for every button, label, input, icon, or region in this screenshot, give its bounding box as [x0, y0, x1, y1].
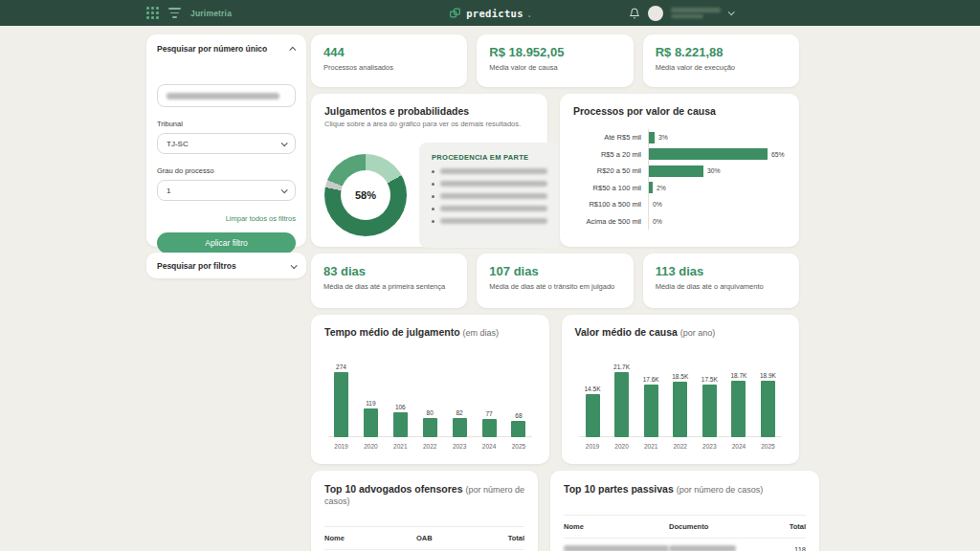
top-stats-row: 444 Processos analisados R$ 18.952,05 Mé… [311, 34, 799, 87]
vbar-year-label: 2025 [761, 443, 774, 450]
stat-value: 83 dias [323, 264, 455, 278]
hbar-category-label: R$5 a 20 mil [573, 150, 648, 159]
tempo-julgamento-card: Tempo médio de julgamento (em dias) 2742… [311, 315, 549, 464]
user-menu-chevron-icon[interactable] [728, 9, 735, 15]
vbar-year-label: 2021 [393, 443, 407, 450]
vbar-bar-2020[interactable] [614, 372, 629, 437]
vbar-bar-2019[interactable] [334, 372, 348, 437]
vbar-year-label: 2023 [702, 443, 716, 450]
stat-card-transito-julgado: 107 dias Média de dias até o trânsito em… [477, 253, 633, 308]
legend-item-redacted[interactable] [432, 181, 547, 187]
vbar-value-label: 18.5K [672, 373, 688, 380]
vbar-bar-2023[interactable] [702, 385, 717, 437]
vbar-value-label: 17.5K [702, 376, 718, 383]
vbar-value-label: 18.7K [730, 372, 746, 379]
process-number-input[interactable] [157, 84, 296, 107]
vbar-bar-2021[interactable] [393, 412, 408, 437]
vbar-bar-2021[interactable] [644, 385, 658, 437]
redacted-process-number [440, 168, 547, 174]
search-filters-header[interactable]: Pesquisar por filtros [157, 261, 296, 271]
clear-filters-link[interactable]: Limpar todos os filtros [157, 214, 296, 223]
vbar-bar-2019[interactable] [586, 394, 600, 437]
card-title: Top 10 partes passivas [564, 483, 674, 495]
hbar-bar-1[interactable] [649, 148, 768, 160]
tribunal-select[interactable]: TJ-SC [157, 133, 296, 154]
brand-dot: . [528, 8, 531, 19]
donut-hole: 58% [341, 170, 390, 220]
stat-label: Média de dias até o trânsito em julgado [489, 282, 620, 291]
card-title: Julgamentos e probabilidades [324, 105, 534, 117]
collapse-chevron-icon[interactable] [289, 46, 296, 53]
col-oab: OAB [416, 534, 488, 542]
legend-item-redacted[interactable] [432, 206, 547, 211]
top-bar: Jurimetria predictus. [0, 0, 980, 26]
vbar-item: 17.6K2021 [643, 376, 659, 437]
module-label: Jurimetria [190, 9, 232, 18]
filter-lines-icon[interactable] [168, 8, 181, 17]
grau-select[interactable]: 1 [157, 180, 296, 201]
grau-value: 1 [167, 187, 170, 195]
hbar-category-label: R$20 a 50 mil [573, 166, 648, 175]
redacted-process-number [440, 193, 547, 199]
vbar-value-label: 17.6K [643, 376, 659, 383]
apply-filter-button[interactable]: Aplicar filtro [157, 232, 296, 253]
vbar-bar-2023[interactable] [453, 418, 467, 437]
card-title-suffix: (por número de casos) [677, 485, 764, 495]
user-name-redacted [671, 8, 721, 18]
vbar-year-label: 2019 [586, 443, 599, 450]
redacted-value [167, 93, 279, 99]
panel-title: Pesquisar por filtros [157, 261, 236, 271]
search-filters-panel: Pesquisar por filtros [146, 253, 306, 278]
vbar-value-label: 82 [457, 409, 463, 416]
hbar-bar-0[interactable] [649, 132, 655, 143]
redacted-process-number [440, 181, 547, 187]
vbar-year-label: 2024 [482, 443, 496, 450]
vbar-year-label: 2019 [334, 443, 347, 450]
filter-sidebar: Pesquisar por número único Tribunal TJ-S… [146, 34, 306, 551]
dashboard-main: 444 Processos analisados R$ 18.952,05 Mé… [311, 34, 799, 551]
vbar-item: 2742019 [334, 364, 348, 437]
partes-passivas-table-card: Top 10 partes passivas (por número de ca… [550, 471, 819, 551]
vbar-value-label: 14.5K [585, 386, 601, 392]
legend-item-redacted[interactable] [432, 168, 547, 174]
vbar-bar-2025[interactable] [511, 421, 525, 437]
card-title-suffix: (por ano) [680, 328, 716, 338]
legend-item-redacted[interactable] [432, 193, 547, 199]
legend-heading: PROCEDENCIA EM PARTE [432, 153, 547, 162]
card-title: Tempo médio de julgamento [324, 326, 460, 338]
vbar-chart-valor: 14.5K201921.7K202017.6K202118.5K202217.5… [575, 347, 787, 451]
apps-grid-icon[interactable] [146, 7, 159, 19]
stat-value: 113 dias [656, 264, 787, 278]
yearly-charts-row: Tempo médio de julgamento (em dias) 2742… [311, 315, 799, 464]
vbar-item: 18.7K2024 [730, 372, 746, 437]
legend-item-redacted[interactable] [432, 218, 547, 224]
hbar-bar-3[interactable] [649, 182, 653, 193]
redacted-name [564, 545, 669, 551]
expand-chevron-icon[interactable] [291, 262, 298, 269]
hbar-bar-2[interactable] [649, 165, 703, 177]
vbar-bar-2020[interactable] [364, 408, 378, 437]
search-unique-panel: Pesquisar por número único Tribunal TJ-S… [146, 34, 306, 247]
vbar-bar-2022[interactable] [423, 418, 437, 437]
chevron-down-icon [281, 187, 288, 193]
bullet-dot [432, 170, 434, 173]
vbar-bar-2022[interactable] [673, 382, 687, 437]
vbar-bar-2024[interactable] [731, 381, 746, 437]
vbar-item: 802022 [423, 409, 437, 437]
vbar-bar-2025[interactable] [761, 381, 775, 437]
panel-title: Pesquisar por número único [157, 44, 267, 54]
stat-value: R$ 8.221,88 [656, 45, 787, 59]
table-row[interactable]: 118 [564, 539, 806, 551]
vbar-item: 682025 [511, 412, 525, 437]
vbar-year-label: 2020 [364, 443, 377, 450]
vbar-value-label: 68 [515, 412, 522, 419]
vbar-bar-2024[interactable] [482, 419, 497, 437]
vbar-value-label: 106 [395, 404, 406, 410]
app-root: Jurimetria predictus. Pesquisar por núme… [0, 0, 980, 551]
search-unique-header[interactable]: Pesquisar por número único [157, 44, 296, 54]
notifications-bell-icon[interactable] [629, 8, 640, 19]
bullet-dot [432, 183, 434, 186]
stat-value: 444 [323, 45, 455, 59]
donut-chart[interactable]: 58% [324, 154, 407, 236]
user-avatar[interactable] [648, 6, 663, 21]
